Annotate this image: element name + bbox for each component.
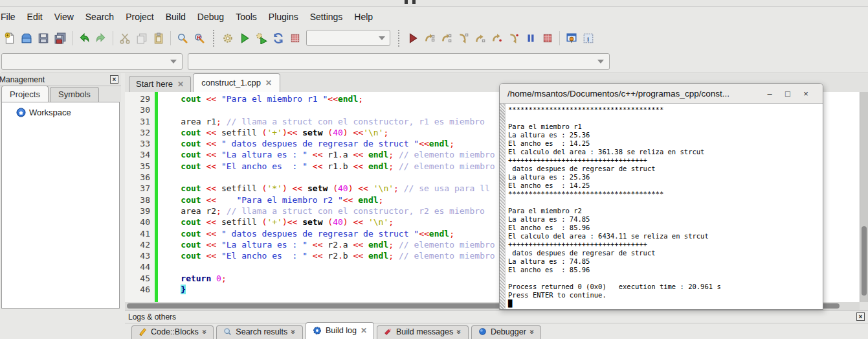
svg-text:R: R <box>197 34 201 40</box>
menu-help[interactable]: Help <box>348 9 379 25</box>
break-debugger-icon[interactable] <box>522 30 539 47</box>
menu-settings[interactable]: Settings <box>304 9 349 25</box>
terminal-line: La altura es : 74.85 <box>508 257 823 266</box>
new-file-icon[interactable] <box>1 30 18 47</box>
close-icon[interactable]: × <box>797 89 815 99</box>
step-into-icon[interactable] <box>455 30 472 47</box>
line-number: 33 <box>125 138 150 149</box>
menu-debug[interactable]: Debug <box>192 9 230 25</box>
tab-codeblocks-log[interactable]: Code::Blocks » <box>131 325 214 339</box>
stop-debugger-icon[interactable] <box>539 30 556 47</box>
step-into-instruction-icon[interactable] <box>506 30 522 47</box>
menu-bar: File Edit View Search Project Build Debu… <box>0 8 868 25</box>
menu-tools[interactable]: Tools <box>230 9 263 25</box>
minimize-icon[interactable]: – <box>761 89 779 99</box>
find-icon[interactable] <box>174 30 191 47</box>
svg-text:i: i <box>587 34 589 42</box>
management-header: Management × <box>0 73 121 86</box>
terminal-line: datos despues de regresar de struct <box>508 165 823 173</box>
menu-search[interactable]: Search <box>80 9 120 25</box>
terminal-line: Para el miembro r2 <box>508 207 823 215</box>
build-icon[interactable] <box>219 30 236 47</box>
terminal-line: ************************************** <box>508 106 823 114</box>
line-number: 40 <box>125 216 150 228</box>
codeblocks-icon <box>139 327 147 336</box>
menu-plugins[interactable]: Plugins <box>263 9 304 25</box>
rebuild-icon[interactable] <box>270 30 287 47</box>
symbols-combo[interactable] <box>188 53 610 70</box>
terminal-line: La altura es : 25.36 <box>508 173 823 181</box>
logs-title: Logs & others <box>128 312 856 321</box>
menu-project[interactable]: Project <box>120 9 160 25</box>
line-number: 31 <box>125 116 150 127</box>
editor-vertical-scrollbar[interactable] <box>860 92 868 302</box>
redo-icon[interactable] <box>93 30 109 47</box>
window-titlebar-strip <box>0 0 868 7</box>
various-info-icon[interactable]: i <box>580 30 597 47</box>
next-instruction-icon[interactable] <box>489 30 506 47</box>
open-file-icon[interactable] <box>18 30 35 47</box>
toolbar-separator <box>559 31 560 45</box>
tab-label: Debugger <box>491 327 526 336</box>
menu-file[interactable]: File <box>0 9 21 25</box>
undo-icon[interactable] <box>76 30 93 47</box>
tab-construct-1-cpp[interactable]: construct_1.cpp ✕ <box>193 73 280 92</box>
tab-build-messages[interactable]: Build messages » <box>377 325 469 339</box>
maximize-icon[interactable]: □ <box>779 89 797 99</box>
toolbar-grip[interactable] <box>213 30 216 47</box>
line-number: 34 <box>125 149 150 160</box>
save-file-icon[interactable] <box>35 30 52 47</box>
titlebar-mark <box>405 0 408 4</box>
build-and-run-icon[interactable] <box>253 30 270 47</box>
tab-search-results[interactable]: Search results » <box>216 325 303 339</box>
close-tab-icon[interactable]: ✕ <box>361 326 367 335</box>
line-number: 30 <box>125 104 150 115</box>
close-tab-icon[interactable]: ✕ <box>177 80 184 89</box>
terminal-line <box>508 198 823 207</box>
terminal-scrollbar[interactable] <box>500 104 506 309</box>
next-line-icon[interactable] <box>438 30 455 47</box>
debug-continue-icon[interactable] <box>405 30 421 47</box>
terminal-line <box>508 114 823 123</box>
chevron-down-icon[interactable]: » <box>455 329 464 334</box>
paste-icon[interactable] <box>150 30 167 47</box>
build-log-icon <box>313 326 322 335</box>
tab-projects[interactable]: Projects <box>1 86 49 102</box>
toolbar-grip[interactable] <box>398 30 401 47</box>
tab-build-log[interactable]: Build log ✕ <box>306 322 374 339</box>
build-target-select[interactable] <box>306 30 390 46</box>
chevron-down-icon[interactable]: » <box>289 329 298 334</box>
run-to-cursor-icon[interactable] <box>421 30 438 47</box>
abort-icon[interactable] <box>287 30 304 47</box>
line-number: 38 <box>125 194 150 205</box>
logs-tab-bar: Code::Blocks » Search results » Build lo… <box>125 323 868 339</box>
logs-close-button[interactable]: × <box>856 312 865 321</box>
tab-start-here[interactable]: Start here ✕ <box>129 76 191 92</box>
compiler-combo[interactable] <box>1 53 183 70</box>
step-out-icon[interactable] <box>472 30 489 47</box>
toolbar-separator <box>113 31 113 45</box>
scrollbar-thumb[interactable] <box>862 226 867 296</box>
chevron-down-icon[interactable]: » <box>200 329 209 334</box>
save-all-files-icon[interactable] <box>52 30 69 47</box>
debugging-windows-icon[interactable] <box>563 30 580 47</box>
terminal-line: El ancho es : 85.96 <box>508 224 823 232</box>
close-tab-icon[interactable]: ✕ <box>265 78 272 88</box>
run-icon[interactable] <box>236 30 253 47</box>
copy-icon[interactable] <box>133 30 150 47</box>
main-toolbar: R i <box>1 26 868 50</box>
terminal-line: ++++++++++++++++++++++++++++++++++ <box>508 240 823 249</box>
tab-debugger[interactable]: Debugger » <box>471 325 542 339</box>
terminal-titlebar[interactable]: /home/msantos/Documentos/c++/programas_c… <box>500 84 823 104</box>
toolbar-separator <box>72 31 72 45</box>
menu-view[interactable]: View <box>49 9 80 25</box>
menu-build[interactable]: Build <box>160 9 192 25</box>
cut-icon[interactable] <box>117 30 133 47</box>
replace-icon[interactable]: R <box>191 30 208 47</box>
tree-item-workspace[interactable]: Workspace <box>2 102 119 117</box>
terminal-line: ************************************** <box>508 190 823 198</box>
management-close-button[interactable]: × <box>110 75 118 84</box>
chevron-down-icon[interactable]: » <box>528 329 537 334</box>
tab-symbols[interactable]: Symbols <box>50 87 99 102</box>
menu-edit[interactable]: Edit <box>21 9 49 25</box>
